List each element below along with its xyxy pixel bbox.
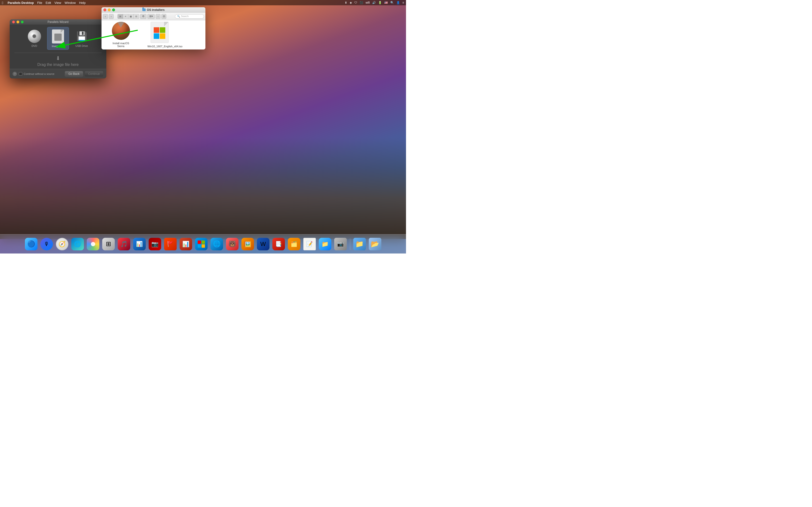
dock-item-folder2[interactable]: 📂 [368, 237, 382, 251]
dock-item-siri[interactable]: 🎙 [40, 237, 54, 251]
dock-item-preview2[interactable]: 🗂️ [287, 237, 301, 251]
dock-item-edge[interactable]: 🌐 [70, 237, 85, 251]
finder-arrange-button[interactable]: ⊞▾ [147, 14, 155, 19]
folder2-dock-icon: 📂 [369, 238, 382, 250]
sierra-download-arrow [117, 22, 124, 28]
section-divider [14, 53, 101, 53]
finder-search-icon: 🔍 [177, 15, 180, 18]
menubar-left:  Parallels Desktop File Edit View Windo… [2, 1, 86, 5]
image-file-inner [54, 34, 62, 41]
files-dock-icon: 📁 [319, 238, 331, 250]
finder-share-button[interactable]: ↑ [156, 14, 160, 19]
wizard-title: Parallels Wizard [48, 20, 69, 24]
search-icon[interactable]: 🔍 [390, 1, 394, 4]
dock-item-keynote[interactable]: 📊 [133, 237, 146, 251]
finder-list-view-button[interactable]: ≡ [123, 14, 128, 18]
help-menu[interactable]: Help [79, 1, 86, 5]
dock-item-music[interactable]: 🎵 [117, 237, 131, 251]
win-iso-icon [151, 22, 169, 43]
dock-item-word[interactable]: W [256, 237, 270, 251]
textedit-dock-icon: 📝 [303, 238, 316, 250]
folder1-dock-icon: 📁 [353, 238, 366, 250]
minimize-button[interactable] [16, 20, 19, 23]
preview-dock-icon: 🖼️ [242, 238, 254, 250]
help-button[interactable]: ? [12, 72, 17, 76]
maximize-button[interactable] [21, 20, 24, 23]
finder-column-view-button[interactable]: ▦ [128, 14, 134, 18]
dock-item-ie[interactable]: 🌐 [210, 237, 224, 251]
wizard-bottom-bar: ? Continue without a source Go Back Cont… [10, 69, 106, 78]
finder-folder-icon [142, 8, 146, 11]
finder-titlebar: OS installers [101, 7, 205, 12]
finder-toolbar: ‹ › ⊞ ≡ ▦ ⊟ ⚙ ⊞▾ ↑ ⊟ 🔍 Search [101, 12, 205, 20]
dock-item-parallels[interactable]: ⊞ [101, 237, 115, 251]
finder-minimize-button[interactable] [108, 8, 111, 11]
dock-item-photobooth[interactable]: 📷 [148, 237, 162, 251]
wifi-icon[interactable]: wifi [366, 1, 370, 4]
finder-item-win10[interactable]: Win10_1607_English_x64.iso [147, 22, 171, 48]
finder-maximize-button[interactable] [112, 8, 115, 11]
win-tile-yellow [160, 33, 165, 39]
dock-item-bear[interactable]: 🐻 [225, 237, 239, 251]
dock-item-notes[interactable]: 🚩 [163, 237, 177, 251]
dock-item-finder[interactable]: 🔵 [24, 237, 38, 251]
windows-dock-icon [195, 238, 208, 250]
finder-gallery-view-button[interactable]: ⊟ [134, 14, 139, 18]
dock-item-screenshot[interactable]: 📷 [334, 237, 348, 251]
photos-dock-icon [87, 238, 99, 250]
finder-action-button[interactable]: ⚙ [140, 14, 146, 19]
go-back-button[interactable]: Go Back [65, 71, 83, 77]
dock-item-windows[interactable] [194, 237, 208, 251]
preview2-dock-icon: 🗂️ [288, 238, 300, 250]
view-menu[interactable]: View [54, 1, 61, 5]
finder-forward-button[interactable]: › [109, 14, 114, 19]
finder-icon-view-button[interactable]: ⊞ [118, 14, 123, 18]
finder-back-button[interactable]: ‹ [103, 14, 108, 19]
wizard-titlebar: Parallels Wizard [10, 19, 106, 24]
dock-item-powerpoint[interactable]: 📊 [179, 237, 193, 251]
kaspersky-icon[interactable]: 🛡 [354, 1, 357, 4]
continue-without-source-checkbox[interactable] [19, 72, 22, 75]
finder-tag-button[interactable]: ⊟ [161, 14, 166, 19]
sierra-item-label: Install macOS Sierra [109, 42, 133, 48]
image-file-source-button[interactable]: Image File [47, 27, 69, 50]
dock-item-folder1[interactable]: 📁 [353, 237, 367, 251]
finder-search-field[interactable]: 🔍 Search [175, 14, 204, 18]
dvd-icon [27, 29, 42, 44]
navigation-buttons: Go Back Continue [65, 71, 103, 77]
continue-without-source-label: Continue without a source [24, 72, 54, 75]
dock-item-textedit[interactable]: 📝 [303, 237, 317, 251]
control-center-icon[interactable]: ≡ [402, 1, 404, 4]
edit-menu[interactable]: Edit [46, 1, 51, 5]
dock-item-files[interactable]: 📁 [318, 237, 332, 251]
volume-icon[interactable]: 🔊 [372, 1, 376, 4]
file-menu[interactable]: File [37, 1, 42, 5]
dock-item-photos[interactable] [86, 237, 100, 251]
dock: 🔵 🎙 🧭 🌐 ⊞ 🎵 📊 [0, 234, 406, 253]
window-menu[interactable]: Window [64, 1, 75, 5]
finder-dock-icon: 🔵 [25, 238, 38, 250]
continue-button[interactable]: Continue [85, 71, 103, 77]
finder-item-sierra[interactable]: Install macOS Sierra [109, 22, 133, 48]
win-tile-red [154, 27, 159, 33]
finder-search-placeholder: Search [181, 15, 189, 18]
menu-icon-1[interactable]: ⬛ [360, 1, 363, 4]
win-logo [154, 27, 165, 39]
dock-item-acrobat[interactable]: 📑 [272, 237, 286, 251]
dropbox-icon[interactable]: ◈ [350, 1, 352, 4]
usb-drive-source-button[interactable]: 💾 USB Drive [71, 27, 93, 50]
apple-menu[interactable]:  [2, 1, 3, 5]
finder-title: OS installers [142, 8, 164, 12]
dock-item-preview[interactable]: 🖼️ [241, 237, 255, 251]
desktop:  Parallels Desktop File Edit View Windo… [0, 0, 406, 253]
finder-close-button[interactable] [103, 8, 106, 11]
finder-view-group: ⊞ ≡ ▦ ⊟ [117, 14, 139, 19]
app-name-menu[interactable]: Parallels Desktop [7, 1, 34, 5]
drag-text: Drag the image file here [38, 62, 79, 67]
dock-item-safari[interactable]: 🧭 [55, 237, 69, 251]
flag-icon[interactable]: 🇺🇸 [384, 1, 388, 4]
battery-icon[interactable]: 🔋 [378, 1, 382, 4]
close-button[interactable] [12, 20, 15, 23]
user-icon[interactable]: 👤 [396, 1, 400, 4]
dvd-source-button[interactable]: DVD [23, 27, 45, 50]
